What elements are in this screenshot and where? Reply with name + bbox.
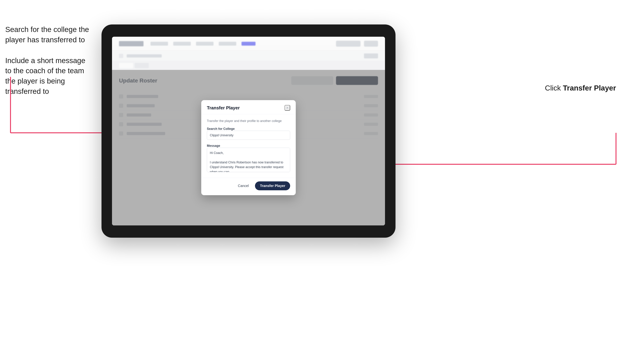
screen-inner: Update Roster bbox=[112, 37, 385, 225]
nav-item-community bbox=[150, 42, 168, 46]
screen-header bbox=[112, 37, 385, 51]
sub-btn bbox=[364, 53, 378, 58]
modal-title: Transfer Player bbox=[207, 105, 240, 111]
sub-check bbox=[119, 54, 123, 58]
screen-nav bbox=[150, 42, 329, 46]
message-label: Message bbox=[207, 144, 220, 148]
screen-main: Update Roster bbox=[112, 70, 385, 225]
nav-right-btn1 bbox=[336, 41, 360, 47]
tab-roster bbox=[119, 63, 133, 68]
tab-alumni bbox=[135, 63, 149, 68]
nav-right-btn2 bbox=[364, 41, 378, 47]
annotation-text-top: Search for the college the player has tr… bbox=[5, 24, 96, 45]
sub-breadcrumb bbox=[127, 54, 162, 57]
modal-footer: Cancel Transfer Player bbox=[201, 178, 296, 195]
message-textarea[interactable]: Hi Coach, I understand Chris Robertson h… bbox=[207, 148, 290, 172]
screen-logo bbox=[119, 41, 144, 46]
modal-header: Transfer Player × bbox=[201, 100, 296, 114]
transfer-player-modal: Transfer Player × Transfer the player an… bbox=[201, 100, 296, 195]
modal-overlay: Transfer Player × Transfer the player an… bbox=[112, 70, 385, 225]
nav-item-moreinfo bbox=[219, 42, 236, 46]
annotation-right: Click Transfer Player bbox=[545, 84, 616, 92]
search-college-input[interactable] bbox=[207, 131, 290, 140]
cancel-button[interactable]: Cancel bbox=[234, 182, 252, 190]
search-college-label: Search for College bbox=[207, 127, 235, 131]
screen-sub-header bbox=[112, 51, 385, 61]
nav-item-team bbox=[173, 42, 191, 46]
nav-item-analytics bbox=[196, 42, 214, 46]
transfer-player-button[interactable]: Transfer Player bbox=[255, 181, 290, 190]
tablet-screen: Update Roster bbox=[112, 37, 385, 225]
annotation-text-bottom: Include a short messageto the coach of t… bbox=[5, 56, 96, 97]
modal-description: Transfer the player and their profile to… bbox=[207, 119, 290, 123]
screen-nav-right bbox=[336, 41, 378, 47]
annotation-left: Search for the college the player has tr… bbox=[5, 24, 96, 107]
modal-close-button[interactable]: × bbox=[284, 105, 290, 111]
nav-item-active bbox=[242, 42, 256, 46]
annotation-transfer-label: Transfer Player bbox=[563, 84, 616, 92]
screen-tabs bbox=[112, 61, 385, 70]
modal-body: Transfer the player and their profile to… bbox=[201, 114, 296, 178]
tablet-device: Update Roster bbox=[102, 24, 396, 238]
